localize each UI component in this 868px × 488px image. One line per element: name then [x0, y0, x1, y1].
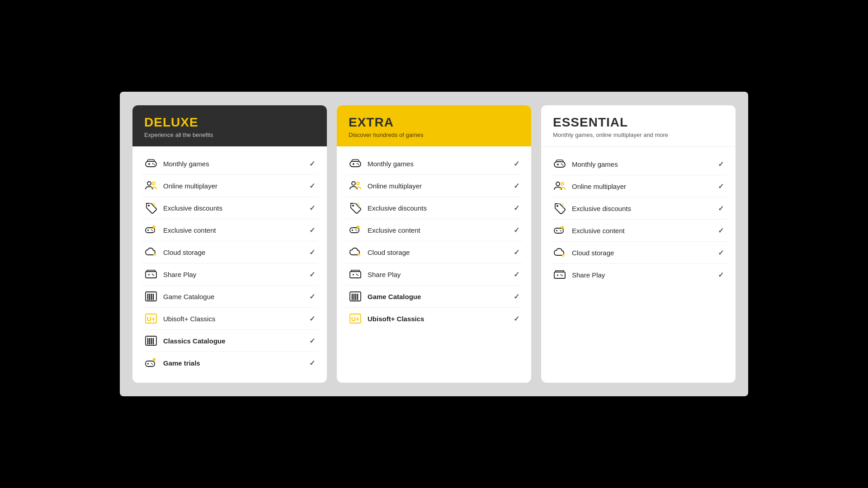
check-icon-monthly-games: ✓: [309, 160, 315, 168]
check-icon-exclusive-content: ✓: [718, 226, 724, 235]
svg-rect-14: [146, 272, 156, 278]
tag-icon: [144, 201, 158, 215]
controller-star-icon: [144, 356, 158, 370]
check-icon-share-play: ✓: [514, 270, 519, 279]
feature-label-exclusive-discounts: Exclusive discounts: [572, 205, 631, 212]
feature-row-game-trials: Game trials✓: [142, 352, 318, 374]
check-icon-ubisoft-classics: ✓: [309, 314, 315, 323]
feature-row-share-play: Share Play✓: [346, 263, 522, 286]
svg-rect-0: [146, 161, 156, 167]
svg-point-42: [357, 182, 359, 185]
feature-left-online-multiplayer: Online multiplayer: [144, 179, 217, 192]
feature-label-exclusive-discounts: Exclusive discounts: [368, 204, 427, 212]
check-icon-cloud-storage: ✓: [309, 248, 315, 257]
feature-label-share-play: Share Play: [163, 271, 196, 278]
feature-left-monthly-games: Monthly games: [553, 157, 618, 171]
feature-label-monthly-games: Monthly games: [572, 160, 618, 168]
feature-left-monthly-games: Monthly games: [144, 157, 209, 170]
controller-group-icon: [553, 157, 566, 171]
feature-label-game-trials: Game trials: [163, 359, 200, 367]
share-play-icon: [144, 267, 158, 281]
check-icon-ubisoft-classics: ✓: [514, 314, 519, 323]
svg-rect-50: [350, 272, 361, 278]
feature-row-online-multiplayer: Online multiplayer✓: [346, 175, 522, 197]
plan-title-extra: EXTRA: [349, 115, 519, 130]
feature-label-exclusive-content: Exclusive content: [368, 226, 420, 234]
plan-title-essential: ESSENTIAL: [553, 115, 724, 130]
svg-point-79: [561, 274, 561, 275]
plan-subtitle-extra: Discover hundreds of games: [349, 131, 519, 138]
svg-point-18: [153, 275, 154, 276]
svg-point-39: [357, 163, 358, 164]
check-icon-monthly-games: ✓: [514, 160, 519, 168]
svg-point-47: [355, 230, 356, 230]
svg-point-11: [151, 230, 152, 230]
feature-row-share-play: Share Play✓: [550, 264, 726, 286]
feature-label-exclusive-content: Exclusive content: [163, 226, 216, 234]
feature-label-ubisoft-classics: Ubisoft+ Classics: [163, 315, 215, 323]
feature-row-monthly-games: Monthly games✓: [346, 153, 522, 175]
feature-left-exclusive-content: Exclusive content: [553, 224, 625, 237]
feature-row-online-multiplayer: Online multiplayer✓: [142, 175, 318, 197]
check-icon-cloud-storage: ✓: [514, 248, 519, 257]
check-icon-exclusive-discounts: ✓: [309, 204, 315, 212]
check-icon-share-play: ✓: [718, 271, 724, 279]
feature-label-exclusive-content: Exclusive content: [572, 227, 625, 235]
plan-card-essential: ESSENTIALMonthly games, online multiplay…: [541, 105, 736, 383]
feature-row-exclusive-content: Exclusive content✓: [142, 219, 318, 241]
svg-point-74: [561, 231, 561, 232]
check-icon-game-catalogue: ✓: [514, 292, 519, 301]
plan-card-deluxe: DELUXEExperience all the benefits Monthl…: [132, 105, 327, 383]
svg-point-7: [148, 205, 150, 206]
feature-left-ubisoft-classics: U+ Ubisoft+ Classics: [144, 312, 215, 325]
plan-subtitle-essential: Monthly games, online multiplayer and mo…: [553, 131, 724, 138]
check-icon-game-catalogue: ✓: [309, 292, 315, 301]
feature-left-cloud-storage: Cloud storage: [349, 245, 410, 259]
check-icon-exclusive-content: ✓: [514, 226, 519, 235]
plan-card-extra: EXTRADiscover hundreds of games Monthly …: [337, 105, 531, 383]
feature-row-cloud-storage: Cloud storage✓: [142, 241, 318, 263]
feature-label-online-multiplayer: Online multiplayer: [572, 183, 626, 190]
svg-point-34: [151, 363, 152, 364]
catalogue-icon: [144, 290, 158, 303]
check-icon-classics-catalogue: ✓: [309, 337, 315, 345]
ubisoft-icon: U+: [349, 312, 362, 325]
check-icon-online-multiplayer: ✓: [514, 182, 519, 190]
feature-label-share-play: Share Play: [572, 271, 605, 279]
feature-label-game-catalogue: Game Catalogue: [163, 293, 214, 300]
svg-point-5: [147, 182, 151, 185]
feature-left-monthly-games: Monthly games: [349, 157, 414, 170]
plan-header-deluxe: DELUXEExperience all the benefits: [132, 105, 327, 146]
feature-left-exclusive-discounts: Exclusive discounts: [144, 201, 222, 215]
svg-point-68: [561, 183, 564, 185]
catalogue2-icon: [144, 334, 158, 347]
feature-row-monthly-games: Monthly games✓: [550, 153, 726, 175]
feature-row-share-play: Share Play✓: [142, 263, 318, 286]
feature-left-share-play: Share Play: [144, 267, 196, 281]
feature-label-monthly-games: Monthly games: [368, 160, 414, 168]
svg-point-4: [154, 164, 155, 165]
feature-row-ubisoft-classics: U+ Ubisoft+ Classics✓: [142, 308, 318, 330]
check-icon-online-multiplayer: ✓: [718, 182, 724, 191]
feature-left-classics-catalogue: Classics Catalogue: [144, 334, 226, 347]
star-controller-icon: [349, 223, 362, 237]
feature-left-exclusive-discounts: Exclusive discounts: [553, 202, 631, 215]
feature-row-online-multiplayer: Online multiplayer✓: [550, 175, 726, 197]
svg-point-66: [562, 164, 563, 165]
plan-features-essential: Monthly games✓ Online multiplayer✓ Exclu…: [541, 147, 736, 295]
feature-label-game-catalogue: Game Catalogue: [368, 293, 421, 300]
controller-group-icon: [349, 157, 362, 170]
feature-left-game-catalogue: Game Catalogue: [349, 290, 421, 303]
tag-icon: [349, 201, 362, 215]
svg-point-41: [352, 182, 355, 185]
main-area: DELUXEExperience all the benefits Monthl…: [120, 92, 748, 396]
cloud-icon: [144, 245, 158, 259]
svg-rect-36: [350, 161, 361, 167]
svg-point-73: [560, 230, 561, 231]
share-play-icon: [553, 268, 566, 282]
feature-row-ubisoft-classics: U+ Ubisoft+ Classics✓: [346, 308, 522, 329]
svg-point-43: [352, 205, 354, 206]
cloud-icon: [553, 246, 566, 259]
svg-point-53: [356, 274, 357, 275]
feature-row-cloud-storage: Cloud storage✓: [550, 242, 726, 264]
